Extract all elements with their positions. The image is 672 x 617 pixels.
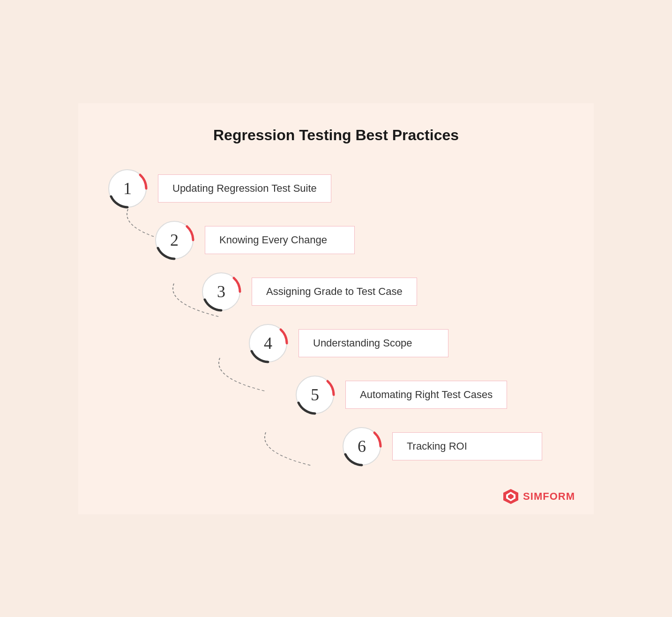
logo-area: SIMFORM xyxy=(502,488,575,505)
step-label-3: Assigning Grade to Test Case xyxy=(252,278,417,306)
simform-logo-icon xyxy=(502,488,519,505)
step-number-4: 4 xyxy=(264,333,272,353)
step-label-4: Understanding Scope xyxy=(299,329,448,357)
step-label-1: Updating Regression Test Suite xyxy=(158,174,331,203)
step-row-2: 2 Knowing Every Change xyxy=(153,219,566,261)
step-label-5: Automating Right Test Cases xyxy=(345,381,507,409)
step-row-4: 4 Understanding Scope xyxy=(247,322,566,364)
step-number-1: 1 xyxy=(123,179,132,198)
steps-container: 1 Updating Regression Test Suite 2 Knowi… xyxy=(106,167,566,477)
step-number-3: 3 xyxy=(217,282,225,301)
circle-3: 3 xyxy=(200,271,242,313)
step-row-1: 1 Updating Regression Test Suite xyxy=(106,167,566,210)
circle-4: 4 xyxy=(247,322,289,364)
circle-5: 5 xyxy=(294,374,336,416)
step-row-6: 6 Tracking ROI xyxy=(341,425,566,467)
step-number-2: 2 xyxy=(170,230,179,250)
step-row-3: 3 Assigning Grade to Test Case xyxy=(200,271,566,313)
step-label-6: Tracking ROI xyxy=(392,432,542,460)
circle-1: 1 xyxy=(106,167,149,210)
step-label-2: Knowing Every Change xyxy=(205,226,355,254)
page-title: Regression Testing Best Practices xyxy=(106,127,566,144)
logo-text: SIMFORM xyxy=(523,490,575,503)
step-row-5: 5 Automating Right Test Cases xyxy=(294,374,566,416)
step-number-6: 6 xyxy=(358,436,366,456)
circle-6: 6 xyxy=(341,425,383,467)
main-container: Regression Testing Best Practices xyxy=(78,103,594,514)
circle-2: 2 xyxy=(153,219,195,261)
step-number-5: 5 xyxy=(311,385,319,405)
steps-wrapper: 1 Updating Regression Test Suite 2 Knowi… xyxy=(106,167,566,486)
